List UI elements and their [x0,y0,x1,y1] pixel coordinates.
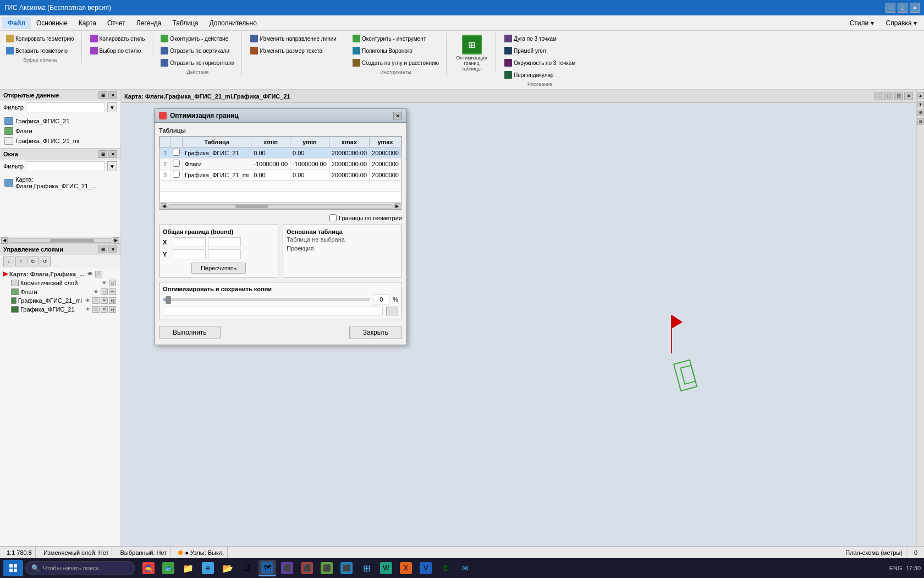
row-check-2[interactable] [170,170,182,181]
layer-down-btn[interactable]: ↓ [3,257,14,266]
menu-additional[interactable]: Дополнительно [204,17,262,29]
open-data-filter-input[interactable] [26,102,105,112]
table-row[interactable]: 1 Графика_ФГИС_21 0.00 0.00 20000000.00 … [160,148,402,159]
x-max-input[interactable] [208,237,241,247]
layer-2-box[interactable]: □ [92,297,100,304]
taskbar-app-2[interactable]: 🐟 [160,560,177,576]
layer-3-box[interactable]: □ [92,306,100,313]
open-data-icon-2[interactable]: ✕ [108,91,117,99]
map-close-btn[interactable]: ✕ [904,92,913,100]
layer-1-box[interactable]: □ [101,288,108,295]
layer-item-3[interactable]: Графика_ФГИС_21 👁 □ ✏ ⛓ [2,305,118,314]
copy-style-btn[interactable]: Копировать стиль [87,33,148,44]
table-scroll-left[interactable]: ◀ [161,203,167,210]
layer-reset-btn[interactable]: ↺ [40,257,51,266]
execute-button[interactable]: Выполнить [159,326,221,339]
menu-report[interactable]: Отчет [102,17,131,29]
menu-legend[interactable]: Легенда [131,17,167,29]
style-by-style-btn[interactable]: Выбор по стилю [87,45,148,56]
layer-2-edit[interactable]: ✏ [101,297,108,304]
taskbar-app-6[interactable]: 🗒 [239,560,256,576]
taskbar-app-10[interactable]: ⬛ [338,560,355,576]
maximize-button[interactable]: □ [898,3,908,13]
layer-0-box[interactable]: □ [109,280,116,286]
taskbar-app-4[interactable]: e [199,560,217,576]
taskbar-app-gis[interactable]: 🗺 [258,560,276,576]
row-check-0[interactable] [170,148,182,159]
layer-3-link[interactable]: ⛓ [109,306,116,313]
layer-group-header[interactable]: ▶ Карта: Флаги,Графика_... 👁 □ [2,269,118,279]
map-maximize-btn[interactable]: ⊞ [894,92,903,100]
minimize-button[interactable]: ─ [886,3,895,13]
taskbar-app-7[interactable]: ⬛ [278,560,296,576]
open-data-item-2[interactable]: Графика_ФГИС_21_mi [3,136,117,146]
rs-btn-2[interactable]: ▼ [917,101,924,107]
taskbar-app-16[interactable]: ✉ [457,560,474,576]
table-h-scrollbar[interactable]: ◀ ▶ [160,203,402,209]
taskbar-app-13[interactable]: X [397,560,415,576]
cut-vertical-btn[interactable]: Отразить по вертикали [158,45,237,56]
layer-3-edit[interactable]: ✏ [101,306,108,313]
close-button[interactable]: ✕ [910,3,920,13]
menu-osnovy[interactable]: Основные [31,17,73,29]
map-restore-btn[interactable]: □ [884,92,893,100]
taskbar-app-9[interactable]: ⬛ [318,560,336,576]
menu-file[interactable]: Файл [2,17,31,29]
optimize-btn[interactable]: ⊞ Оптимизация границ таблицы [453,33,491,73]
check-geometry-checkbox[interactable] [329,214,337,221]
menu-map[interactable]: Карта [73,17,102,29]
layer-up-btn[interactable]: ↑ [15,257,26,266]
menu-table[interactable]: Таблица [167,17,204,29]
dialog-close-x-btn[interactable]: ✕ [393,112,402,119]
help-menu[interactable]: Справка ▾ [881,18,922,29]
slider-track[interactable] [163,298,370,301]
change-direction-btn[interactable]: Изменить направление линии [248,33,339,44]
open-data-item-1[interactable]: Флаги [3,126,117,136]
layer-refresh-btn[interactable]: ↻ [28,257,38,266]
rs-btn-3[interactable]: ⊞ [917,110,924,116]
paste-geometry-btn[interactable]: Вставить геометрию [3,45,77,56]
taskbar-app-15[interactable]: ✆ [437,560,454,576]
scroll-right-btn[interactable]: ▶ [113,237,119,244]
windows-scrollbar[interactable]: ◀ ▶ [0,237,120,243]
copy-geometry-btn[interactable]: Копировать геометрию [3,33,77,44]
circle-3pts-btn[interactable]: Окружность по 3 точкам [502,57,578,68]
layer-1-edit[interactable]: ✏ [109,288,116,295]
x-min-input[interactable] [173,237,206,247]
outline-instrument-btn[interactable]: Оконтурить - инструмент [350,33,442,44]
close-dialog-button[interactable]: Закрыть [349,326,402,339]
open-data-item-0[interactable]: Графика_ФГИС_21 [3,116,117,126]
row-check-1[interactable] [170,159,182,170]
windows-filter-input[interactable] [26,161,105,171]
row-checkbox-0[interactable] [173,149,180,156]
cut-horizontal-btn[interactable]: Отразить по горизонтали [158,57,237,68]
taskbar-app-14[interactable]: V [417,560,435,576]
table-row[interactable]: 3 Графика_ФГИС_21_mi 0.00 0.00 20000000.… [160,170,402,181]
change-size-btn[interactable]: Изменить размер текста [248,45,339,56]
y-min-input[interactable] [173,249,206,259]
layer-2-link[interactable]: ⛓ [109,297,116,304]
taskbar-start-button[interactable] [3,560,23,576]
recalc-button[interactable]: Пересчитать [191,263,246,274]
outline-action-btn[interactable]: Оконтурить - действие [158,33,237,44]
arc-3pts-btn[interactable]: Дуга по 3 точкам [502,33,578,44]
open-data-filter-btn[interactable]: ▼ [107,102,117,112]
right-angle-btn[interactable]: Прямой угол [502,45,578,56]
row-checkbox-2[interactable] [173,171,180,178]
table-scroll-right[interactable]: ▶ [394,203,400,210]
perpendicular-btn[interactable]: Перпендикуляр [502,69,578,80]
layer-3-eye[interactable]: 👁 [84,306,91,313]
layer-item-2[interactable]: Графика_ФГИС_21_mi 👁 □ ✏ ⛓ [2,296,118,305]
taskbar-app-8[interactable]: ⬛ [298,560,316,576]
map-canvas[interactable]: Оптимизация границ ✕ Таблицы [121,103,916,546]
open-data-icon-1[interactable]: ⊞ [98,91,107,99]
slider-value-input[interactable]: 0 [373,295,389,304]
layers-icon-2[interactable]: ✕ [108,246,117,253]
layer-item-1[interactable]: Флаги 👁 □ ✏ [2,287,118,296]
taskbar-app-1[interactable]: 🧙 [140,560,157,576]
windows-filter-btn[interactable]: ▼ [107,161,117,171]
rs-btn-4[interactable]: ⊟ [917,118,924,125]
taskbar-app-12[interactable]: W [377,560,395,576]
slider-thumb[interactable] [166,296,171,304]
rs-btn-1[interactable]: ▲ [917,92,924,99]
